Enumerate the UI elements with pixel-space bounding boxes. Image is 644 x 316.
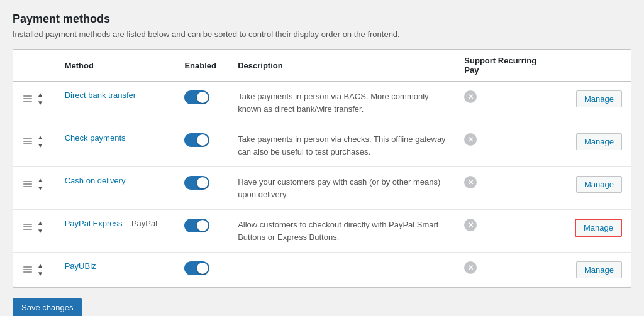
drag-handle-check-payments[interactable] [22,137,33,146]
toggle-track-cash-on-delivery [184,176,209,190]
table-row: ▲ ▼ Check payments Take payments in pers… [13,124,631,167]
save-changes-button[interactable]: Save changes [13,298,82,316]
arrows-payubiz: ▲ ▼ [36,261,45,278]
toggle-payubiz[interactable] [184,261,209,275]
toggle-thumb-cash-on-delivery [197,177,208,188]
drag-controls-paypal-express: ▲ ▼ [22,219,47,235]
recurring-icon-direct-bank: ✕ [464,90,477,103]
col-header-manage [562,50,631,82]
drag-controls-payubiz: ▲ ▼ [22,261,47,278]
drag-controls-cash-on-delivery: ▲ ▼ [22,176,47,192]
arrows-direct-bank: ▲ ▼ [36,90,45,107]
manage-button-direct-bank[interactable]: Manage [576,90,622,107]
col-header-enabled: Enabled [175,50,229,82]
method-link-paypal-express[interactable]: PayPal Express [65,219,123,228]
drag-handle-payubiz[interactable] [22,265,33,274]
toggle-track-paypal-express [184,219,209,232]
page-title: Payment methods [13,13,631,26]
description-direct-bank: Take payments in person via BACS. More c… [238,92,428,114]
arrow-down-direct-bank[interactable]: ▼ [36,99,45,107]
drag-handle-cash-on-delivery[interactable] [22,180,33,188]
arrows-cash-on-delivery: ▲ ▼ [36,176,45,192]
toggle-track-direct-bank [184,90,209,104]
description-cash-on-delivery: Have your customers pay with cash (or by… [238,177,440,199]
recurring-icon-cash-on-delivery: ✕ [464,176,477,188]
method-link-cash-on-delivery[interactable]: Cash on delivery [65,176,126,185]
col-header-drag [13,50,56,82]
drag-handle-paypal-express[interactable] [22,222,33,231]
toggle-paypal-express[interactable] [184,219,209,232]
recurring-icon-payubiz: ✕ [464,261,477,274]
manage-button-paypal-express[interactable]: Manage [575,219,622,237]
method-link-payubiz[interactable]: PayUBiz [65,261,96,271]
arrow-up-direct-bank[interactable]: ▲ [36,90,45,99]
page-subtitle: Installed payment methods are listed bel… [13,30,631,39]
toggle-thumb-payubiz [197,263,208,274]
description-check-payments: Take payments in person via checks. This… [238,134,445,156]
toggle-check-payments[interactable] [184,133,209,147]
arrows-check-payments: ▲ ▼ [36,133,45,150]
recurring-icon-paypal-express: ✕ [464,219,477,231]
col-header-description: Description [229,50,455,82]
method-link-direct-bank[interactable]: Direct bank transfer [65,90,136,100]
toggle-thumb-check-payments [197,134,208,146]
drag-controls-check-payments: ▲ ▼ [22,133,47,150]
method-suffix-paypal-express: – PayPal [122,219,157,228]
arrow-down-cash-on-delivery[interactable]: ▼ [36,184,45,192]
table-row: ▲ ▼ PayPal Express – PayPal Allow custom… [13,210,631,253]
arrow-up-cash-on-delivery[interactable]: ▲ [36,176,45,184]
manage-button-cash-on-delivery[interactable]: Manage [576,176,622,193]
payment-methods-table: Method Enabled Description Support Recur… [13,49,631,288]
toggle-track-payubiz [184,261,209,275]
toggle-thumb-direct-bank [197,92,208,103]
arrow-up-paypal-express[interactable]: ▲ [36,219,45,227]
arrow-up-check-payments[interactable]: ▲ [36,133,45,141]
col-header-method: Method [56,50,176,82]
toggle-direct-bank[interactable] [184,90,209,104]
drag-handle-direct-bank[interactable] [22,94,33,103]
toggle-cash-on-delivery[interactable] [184,176,209,190]
description-paypal-express: Allow customers to checkout directly wit… [238,220,438,242]
drag-controls-direct-bank: ▲ ▼ [22,90,47,107]
table-row: ▲ ▼ Cash on delivery Have your customers… [13,167,631,210]
table-row: ▲ ▼ Direct bank transfer Take payments i… [13,82,631,124]
arrows-paypal-express: ▲ ▼ [36,219,45,235]
arrow-down-check-payments[interactable]: ▼ [36,141,45,150]
manage-button-check-payments[interactable]: Manage [576,133,622,150]
arrow-down-payubiz[interactable]: ▼ [36,270,45,278]
toggle-track-check-payments [184,133,209,147]
recurring-icon-check-payments: ✕ [464,133,477,146]
table-row: ▲ ▼ PayUBiz ✕Manage [13,253,631,288]
manage-button-payubiz[interactable]: Manage [576,261,622,278]
arrow-up-payubiz[interactable]: ▲ [36,261,45,270]
method-link-check-payments[interactable]: Check payments [65,133,126,143]
col-header-recurring: Support Recurring Pay [455,50,562,82]
toggle-thumb-paypal-express [197,220,208,231]
arrow-down-paypal-express[interactable]: ▼ [36,227,45,235]
